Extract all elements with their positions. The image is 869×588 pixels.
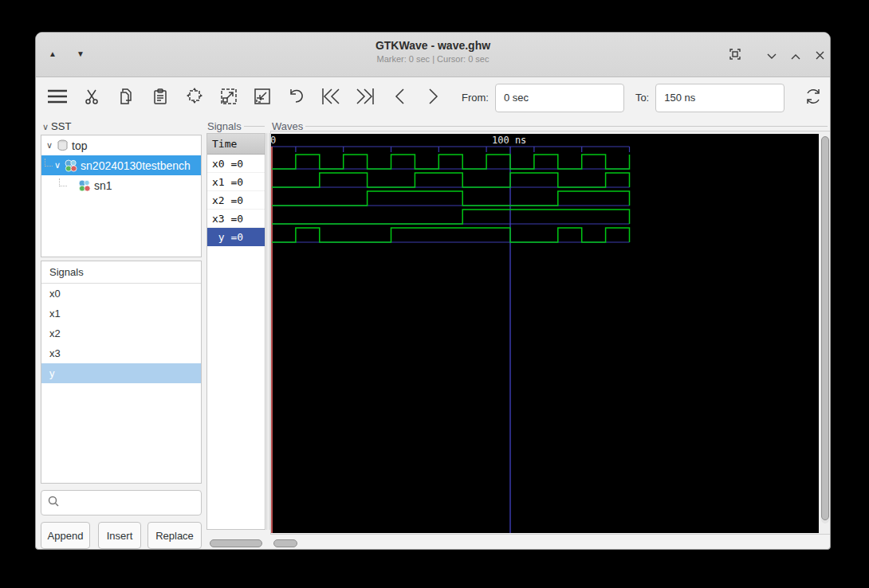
signal-filter: [41, 490, 202, 515]
copy-button[interactable]: [109, 82, 144, 114]
signals-list-header: Signals: [41, 261, 201, 284]
skip-to-end-icon: [356, 88, 375, 108]
waveform-x2: [272, 191, 630, 206]
waves-vscrollbar-track[interactable]: [821, 136, 829, 523]
close-button[interactable]: [811, 47, 828, 65]
wave-signal-row-x0[interactable]: x0 =0: [207, 155, 265, 173]
wave-signal-row-x2[interactable]: x2 =0: [207, 191, 265, 210]
menu-button[interactable]: [41, 82, 75, 114]
signal-item-x1[interactable]: x1: [41, 304, 201, 323]
sst-expander[interactable]: ∨SST: [42, 120, 71, 132]
signal-search-results: Signals x0 x1 x2 x3 y: [41, 261, 202, 484]
waves-hscrollbar[interactable]: [273, 539, 297, 547]
tree-node-label: top: [72, 139, 87, 152]
insert-button[interactable]: Insert: [98, 522, 141, 549]
time-header[interactable]: Time: [207, 134, 265, 155]
svg-text:100 ns: 100 ns: [492, 135, 526, 146]
search-input[interactable]: [64, 492, 204, 513]
fullscreen-icon: [729, 49, 741, 63]
from-input[interactable]: [495, 84, 624, 112]
cut-button[interactable]: [75, 82, 109, 114]
wave-signal-row-x1[interactable]: x1 =0: [207, 173, 265, 191]
wave-canvas[interactable]: 0100 ns: [271, 134, 819, 533]
sst-tree: ∨ top ∨ sn20240130testbench sn1: [41, 135, 202, 257]
module-icon: [65, 159, 77, 172]
marker-cursor-status: Marker: 0 sec | Cursor: 0 sec: [36, 54, 830, 64]
chevron-down-icon: ∨: [42, 122, 49, 131]
wave-signal-row-x3[interactable]: x3 =0: [207, 210, 265, 228]
reload-icon: [804, 88, 822, 108]
step-left-icon: [394, 88, 405, 108]
toolbar: From: To:: [36, 78, 830, 117]
expander-chevron-icon: ∨: [54, 160, 61, 171]
module-icon: [78, 179, 91, 192]
wave-signal-row-y[interactable]: y =0: [207, 228, 265, 246]
minimize-button[interactable]: [763, 47, 781, 65]
close-icon: [816, 49, 824, 63]
signal-item-x3[interactable]: x3: [41, 343, 201, 363]
waveform-y: [272, 228, 630, 242]
cut-icon: [85, 88, 99, 108]
skip-to-end-button[interactable]: [348, 82, 382, 114]
gtkwave-window: ▲ ▼ GTKWave - wave.ghw Marker: 0 sec | C…: [35, 32, 831, 550]
append-button[interactable]: Append: [41, 522, 90, 549]
signal-name-panel: Time x0 =0 x1 =0 x2 =0 x3 =0 y =0: [206, 133, 265, 530]
chevron-up-icon: [791, 49, 800, 63]
skip-to-start-button[interactable]: [314, 82, 348, 114]
expander-chevron-icon: ∨: [46, 140, 53, 151]
waves-frame: 0100 ns: [270, 131, 831, 535]
signal-panel-hscrollbar[interactable]: [210, 539, 262, 547]
to-input[interactable]: [655, 84, 784, 112]
paste-button[interactable]: [143, 82, 177, 114]
sst-expander-label: SST: [51, 120, 71, 132]
waveform-x0: [272, 155, 630, 169]
waveform-x3: [272, 210, 630, 224]
waves-vscrollbar-thumb[interactable]: [821, 136, 829, 520]
titlebar[interactable]: ▲ ▼ GTKWave - wave.ghw Marker: 0 sec | C…: [36, 33, 830, 77]
window-title: GTKWave - wave.ghw: [36, 39, 830, 52]
to-label: To:: [635, 92, 649, 104]
undo-icon: [288, 88, 305, 108]
waveform-x1: [272, 173, 630, 187]
signal-item-y[interactable]: y: [41, 363, 201, 383]
search-icon: [48, 496, 59, 510]
undo-button[interactable]: [280, 82, 314, 114]
zoom-out-full-button[interactable]: [211, 82, 246, 114]
tree-node-sn1[interactable]: sn1: [41, 175, 201, 195]
replace-button[interactable]: Replace: [147, 522, 202, 549]
skip-to-start-icon: [321, 88, 340, 108]
tree-node-label: sn20240130testbench: [81, 159, 191, 172]
reload-button[interactable]: [796, 82, 830, 114]
paste-icon: [153, 88, 167, 108]
tree-connector: [59, 178, 67, 186]
tree-node-label: sn1: [94, 179, 112, 192]
scope-icon: [57, 139, 69, 151]
step-right-button[interactable]: [416, 82, 450, 114]
zoom-in-arrow-icon: [254, 88, 271, 108]
zoom-fit-icon: [185, 88, 204, 108]
from-label: From:: [462, 92, 489, 104]
tree-node-testbench[interactable]: ∨ sn20240130testbench: [41, 155, 201, 175]
copy-icon: [119, 88, 133, 108]
zoom-in-full-button[interactable]: [246, 82, 280, 114]
zoom-fit-button[interactable]: [177, 82, 211, 114]
svg-text:0: 0: [271, 135, 276, 146]
signals-frame-label: Signals: [207, 120, 265, 132]
step-right-icon: [428, 88, 439, 108]
zoom-out-arrow-icon: [220, 88, 238, 108]
tree-node-top[interactable]: ∨ top: [41, 135, 201, 155]
fullscreen-button[interactable]: [726, 47, 744, 65]
tree-connector: [45, 159, 53, 167]
maximize-button[interactable]: [787, 47, 804, 65]
step-left-button[interactable]: [382, 82, 416, 114]
chevron-down-icon: [767, 49, 777, 63]
signal-item-x2[interactable]: x2: [41, 323, 201, 343]
signal-item-x0[interactable]: x0: [41, 284, 201, 304]
menu-icon: [47, 89, 68, 107]
